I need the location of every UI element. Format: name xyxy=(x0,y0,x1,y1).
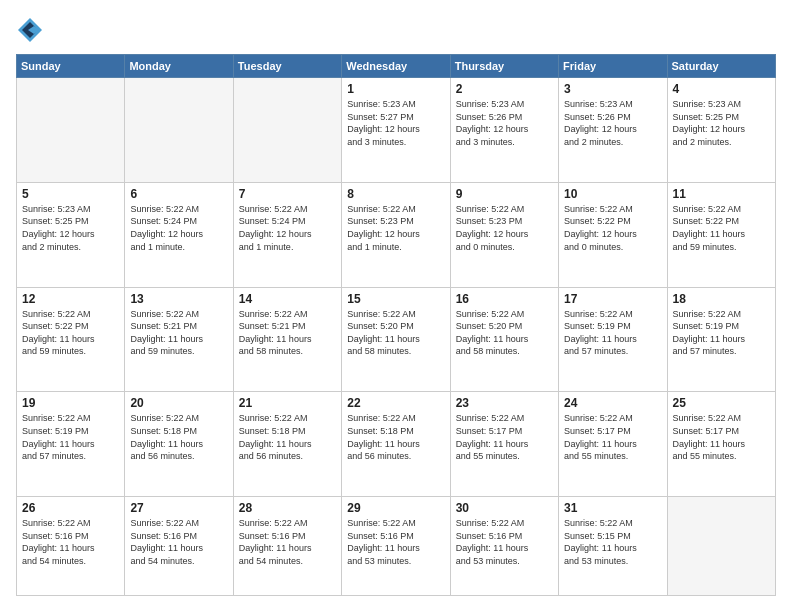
calendar-cell: 6Sunrise: 5:22 AM Sunset: 5:24 PM Daylig… xyxy=(125,182,233,287)
day-info: Sunrise: 5:22 AM Sunset: 5:16 PM Dayligh… xyxy=(456,517,553,567)
calendar-cell: 15Sunrise: 5:22 AM Sunset: 5:20 PM Dayli… xyxy=(342,287,450,392)
day-number: 15 xyxy=(347,292,444,306)
day-info: Sunrise: 5:22 AM Sunset: 5:16 PM Dayligh… xyxy=(130,517,227,567)
day-number: 12 xyxy=(22,292,119,306)
calendar-cell: 27Sunrise: 5:22 AM Sunset: 5:16 PM Dayli… xyxy=(125,497,233,596)
day-info: Sunrise: 5:23 AM Sunset: 5:25 PM Dayligh… xyxy=(673,98,770,148)
day-number: 14 xyxy=(239,292,336,306)
calendar-cell: 25Sunrise: 5:22 AM Sunset: 5:17 PM Dayli… xyxy=(667,392,775,497)
day-number: 4 xyxy=(673,82,770,96)
day-info: Sunrise: 5:22 AM Sunset: 5:17 PM Dayligh… xyxy=(673,412,770,462)
day-number: 6 xyxy=(130,187,227,201)
weekday-header-saturday: Saturday xyxy=(667,55,775,78)
calendar-cell: 14Sunrise: 5:22 AM Sunset: 5:21 PM Dayli… xyxy=(233,287,341,392)
calendar-week-5: 26Sunrise: 5:22 AM Sunset: 5:16 PM Dayli… xyxy=(17,497,776,596)
day-info: Sunrise: 5:23 AM Sunset: 5:26 PM Dayligh… xyxy=(456,98,553,148)
day-info: Sunrise: 5:22 AM Sunset: 5:15 PM Dayligh… xyxy=(564,517,661,567)
day-number: 1 xyxy=(347,82,444,96)
day-number: 7 xyxy=(239,187,336,201)
day-number: 21 xyxy=(239,396,336,410)
calendar-cell xyxy=(17,78,125,183)
calendar-cell: 29Sunrise: 5:22 AM Sunset: 5:16 PM Dayli… xyxy=(342,497,450,596)
weekday-header-row: SundayMondayTuesdayWednesdayThursdayFrid… xyxy=(17,55,776,78)
weekday-header-sunday: Sunday xyxy=(17,55,125,78)
day-info: Sunrise: 5:22 AM Sunset: 5:19 PM Dayligh… xyxy=(22,412,119,462)
calendar-cell: 1Sunrise: 5:23 AM Sunset: 5:27 PM Daylig… xyxy=(342,78,450,183)
calendar-cell: 24Sunrise: 5:22 AM Sunset: 5:17 PM Dayli… xyxy=(559,392,667,497)
day-number: 11 xyxy=(673,187,770,201)
day-number: 19 xyxy=(22,396,119,410)
calendar-cell xyxy=(125,78,233,183)
day-info: Sunrise: 5:22 AM Sunset: 5:17 PM Dayligh… xyxy=(564,412,661,462)
calendar-cell xyxy=(233,78,341,183)
calendar-cell: 12Sunrise: 5:22 AM Sunset: 5:22 PM Dayli… xyxy=(17,287,125,392)
day-number: 8 xyxy=(347,187,444,201)
calendar-cell: 3Sunrise: 5:23 AM Sunset: 5:26 PM Daylig… xyxy=(559,78,667,183)
weekday-header-wednesday: Wednesday xyxy=(342,55,450,78)
calendar-cell: 30Sunrise: 5:22 AM Sunset: 5:16 PM Dayli… xyxy=(450,497,558,596)
calendar-week-2: 5Sunrise: 5:23 AM Sunset: 5:25 PM Daylig… xyxy=(17,182,776,287)
calendar-cell: 26Sunrise: 5:22 AM Sunset: 5:16 PM Dayli… xyxy=(17,497,125,596)
day-info: Sunrise: 5:22 AM Sunset: 5:16 PM Dayligh… xyxy=(22,517,119,567)
day-info: Sunrise: 5:22 AM Sunset: 5:23 PM Dayligh… xyxy=(347,203,444,253)
day-info: Sunrise: 5:22 AM Sunset: 5:24 PM Dayligh… xyxy=(239,203,336,253)
day-info: Sunrise: 5:22 AM Sunset: 5:16 PM Dayligh… xyxy=(239,517,336,567)
day-info: Sunrise: 5:23 AM Sunset: 5:25 PM Dayligh… xyxy=(22,203,119,253)
day-number: 22 xyxy=(347,396,444,410)
day-number: 17 xyxy=(564,292,661,306)
day-info: Sunrise: 5:22 AM Sunset: 5:24 PM Dayligh… xyxy=(130,203,227,253)
calendar-cell: 10Sunrise: 5:22 AM Sunset: 5:22 PM Dayli… xyxy=(559,182,667,287)
calendar-cell: 7Sunrise: 5:22 AM Sunset: 5:24 PM Daylig… xyxy=(233,182,341,287)
calendar-cell: 11Sunrise: 5:22 AM Sunset: 5:22 PM Dayli… xyxy=(667,182,775,287)
calendar-cell: 21Sunrise: 5:22 AM Sunset: 5:18 PM Dayli… xyxy=(233,392,341,497)
calendar-cell xyxy=(667,497,775,596)
calendar-table: SundayMondayTuesdayWednesdayThursdayFrid… xyxy=(16,54,776,596)
day-info: Sunrise: 5:22 AM Sunset: 5:19 PM Dayligh… xyxy=(673,308,770,358)
day-number: 18 xyxy=(673,292,770,306)
day-info: Sunrise: 5:22 AM Sunset: 5:18 PM Dayligh… xyxy=(239,412,336,462)
calendar-week-1: 1Sunrise: 5:23 AM Sunset: 5:27 PM Daylig… xyxy=(17,78,776,183)
calendar-cell: 9Sunrise: 5:22 AM Sunset: 5:23 PM Daylig… xyxy=(450,182,558,287)
day-number: 25 xyxy=(673,396,770,410)
day-info: Sunrise: 5:22 AM Sunset: 5:18 PM Dayligh… xyxy=(130,412,227,462)
calendar-cell: 16Sunrise: 5:22 AM Sunset: 5:20 PM Dayli… xyxy=(450,287,558,392)
day-number: 2 xyxy=(456,82,553,96)
weekday-header-friday: Friday xyxy=(559,55,667,78)
day-info: Sunrise: 5:22 AM Sunset: 5:20 PM Dayligh… xyxy=(456,308,553,358)
calendar-week-4: 19Sunrise: 5:22 AM Sunset: 5:19 PM Dayli… xyxy=(17,392,776,497)
day-number: 5 xyxy=(22,187,119,201)
day-info: Sunrise: 5:22 AM Sunset: 5:16 PM Dayligh… xyxy=(347,517,444,567)
calendar-cell: 19Sunrise: 5:22 AM Sunset: 5:19 PM Dayli… xyxy=(17,392,125,497)
day-number: 26 xyxy=(22,501,119,515)
day-number: 30 xyxy=(456,501,553,515)
calendar-cell: 22Sunrise: 5:22 AM Sunset: 5:18 PM Dayli… xyxy=(342,392,450,497)
calendar-cell: 28Sunrise: 5:22 AM Sunset: 5:16 PM Dayli… xyxy=(233,497,341,596)
day-info: Sunrise: 5:22 AM Sunset: 5:21 PM Dayligh… xyxy=(130,308,227,358)
calendar-cell: 17Sunrise: 5:22 AM Sunset: 5:19 PM Dayli… xyxy=(559,287,667,392)
calendar-cell: 20Sunrise: 5:22 AM Sunset: 5:18 PM Dayli… xyxy=(125,392,233,497)
day-info: Sunrise: 5:22 AM Sunset: 5:22 PM Dayligh… xyxy=(564,203,661,253)
calendar-cell: 4Sunrise: 5:23 AM Sunset: 5:25 PM Daylig… xyxy=(667,78,775,183)
calendar-cell: 2Sunrise: 5:23 AM Sunset: 5:26 PM Daylig… xyxy=(450,78,558,183)
logo xyxy=(16,16,48,44)
calendar-week-3: 12Sunrise: 5:22 AM Sunset: 5:22 PM Dayli… xyxy=(17,287,776,392)
day-info: Sunrise: 5:22 AM Sunset: 5:22 PM Dayligh… xyxy=(673,203,770,253)
day-number: 29 xyxy=(347,501,444,515)
day-number: 9 xyxy=(456,187,553,201)
day-info: Sunrise: 5:22 AM Sunset: 5:19 PM Dayligh… xyxy=(564,308,661,358)
calendar-cell: 18Sunrise: 5:22 AM Sunset: 5:19 PM Dayli… xyxy=(667,287,775,392)
day-number: 28 xyxy=(239,501,336,515)
day-info: Sunrise: 5:22 AM Sunset: 5:20 PM Dayligh… xyxy=(347,308,444,358)
day-number: 31 xyxy=(564,501,661,515)
day-number: 20 xyxy=(130,396,227,410)
day-number: 3 xyxy=(564,82,661,96)
logo-icon xyxy=(16,16,44,44)
day-info: Sunrise: 5:22 AM Sunset: 5:21 PM Dayligh… xyxy=(239,308,336,358)
day-number: 16 xyxy=(456,292,553,306)
weekday-header-thursday: Thursday xyxy=(450,55,558,78)
page: SundayMondayTuesdayWednesdayThursdayFrid… xyxy=(0,0,792,612)
day-info: Sunrise: 5:22 AM Sunset: 5:17 PM Dayligh… xyxy=(456,412,553,462)
day-number: 27 xyxy=(130,501,227,515)
weekday-header-tuesday: Tuesday xyxy=(233,55,341,78)
day-info: Sunrise: 5:22 AM Sunset: 5:18 PM Dayligh… xyxy=(347,412,444,462)
